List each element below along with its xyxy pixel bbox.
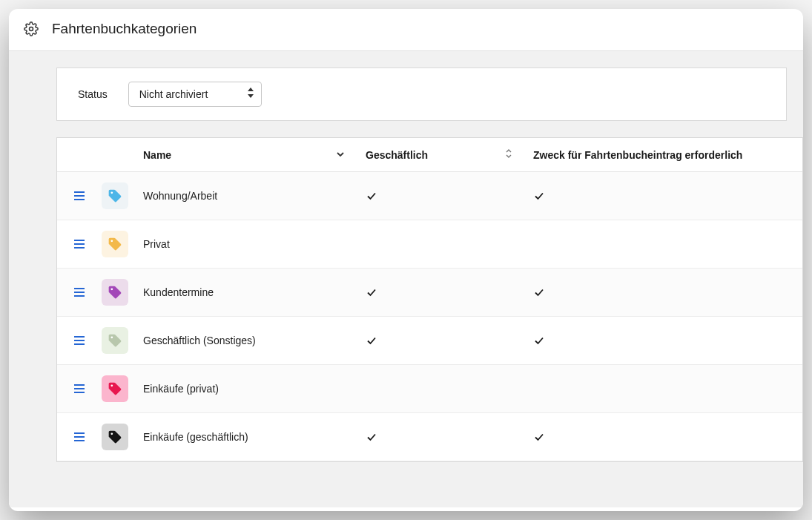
drag-handle-icon[interactable]	[57, 239, 102, 249]
check-icon	[366, 190, 377, 202]
purpose-cell	[533, 190, 802, 202]
status-select-wrap: Nicht archiviert	[128, 82, 262, 107]
gear-icon	[24, 22, 39, 36]
category-name: Einkäufe (privat)	[143, 383, 366, 395]
status-select[interactable]: Nicht archiviert	[128, 82, 262, 107]
chevron-down-icon	[336, 149, 345, 161]
main-panel: Fahrtenbuchkategorien Status Nicht archi…	[9, 9, 803, 511]
svg-point-16	[111, 337, 113, 339]
svg-point-24	[111, 433, 113, 435]
category-tag-badge	[102, 424, 143, 450]
page-title: Fahrtenbuchkategorien	[52, 21, 197, 37]
table-row[interactable]: Einkäufe (privat)	[57, 365, 802, 413]
category-tag-badge	[102, 279, 143, 306]
column-header-purpose[interactable]: Zweck für Fahrtenbucheintrag erforderlic…	[533, 149, 802, 161]
category-name: Wohnung/Arbeit	[143, 190, 366, 202]
business-cell	[366, 286, 533, 298]
check-icon	[533, 190, 545, 202]
category-name: Einkäufe (geschäftlich)	[143, 431, 366, 443]
table-row[interactable]: Kundentermine	[57, 269, 802, 317]
category-name: Geschäftlich (Sonstiges)	[143, 335, 366, 346]
category-tag-badge	[102, 327, 143, 354]
status-filter-label: Status	[78, 88, 108, 100]
business-cell	[366, 431, 533, 443]
purpose-cell	[533, 335, 802, 346]
page-header: Fahrtenbuchkategorien	[9, 9, 803, 51]
check-icon	[366, 431, 377, 443]
category-name: Privat	[143, 238, 366, 250]
svg-point-8	[111, 240, 113, 243]
column-header-name[interactable]: Name	[143, 149, 366, 161]
svg-point-4	[111, 192, 113, 194]
check-icon	[533, 335, 545, 346]
table-row[interactable]: Privat	[57, 220, 802, 269]
drag-handle-icon[interactable]	[57, 335, 102, 346]
categories-table: Name Geschäftlich Zweck für Fah	[56, 137, 803, 462]
check-icon	[366, 335, 377, 346]
category-tag-badge	[102, 231, 143, 257]
purpose-cell	[533, 431, 802, 443]
svg-point-20	[111, 385, 113, 387]
sort-icon	[505, 148, 512, 161]
drag-handle-icon[interactable]	[57, 287, 102, 297]
business-cell	[366, 190, 533, 202]
purpose-cell	[533, 286, 802, 298]
drag-handle-icon[interactable]	[57, 191, 102, 201]
table-body: Wohnung/Arbeit Privat Kundentermine Gesc…	[57, 172, 802, 461]
category-tag-badge	[102, 182, 143, 209]
check-icon	[366, 286, 377, 298]
table-row[interactable]: Einkäufe (geschäftlich)	[57, 413, 802, 461]
column-header-business[interactable]: Geschäftlich	[366, 148, 533, 161]
body-area: Status Nicht archiviert Name	[9, 51, 803, 507]
category-tag-badge	[102, 375, 143, 402]
filter-card: Status Nicht archiviert	[56, 68, 787, 121]
business-cell	[366, 335, 533, 346]
table-row[interactable]: Geschäftlich (Sonstiges)	[57, 317, 802, 365]
check-icon	[533, 431, 545, 443]
svg-point-0	[30, 27, 33, 31]
check-icon	[533, 286, 545, 298]
table-header-row: Name Geschäftlich Zweck für Fah	[57, 138, 802, 172]
drag-handle-icon[interactable]	[57, 384, 102, 394]
table-row[interactable]: Wohnung/Arbeit	[57, 172, 802, 220]
drag-handle-icon[interactable]	[57, 432, 102, 442]
category-name: Kundentermine	[143, 286, 366, 298]
svg-point-12	[111, 289, 113, 291]
